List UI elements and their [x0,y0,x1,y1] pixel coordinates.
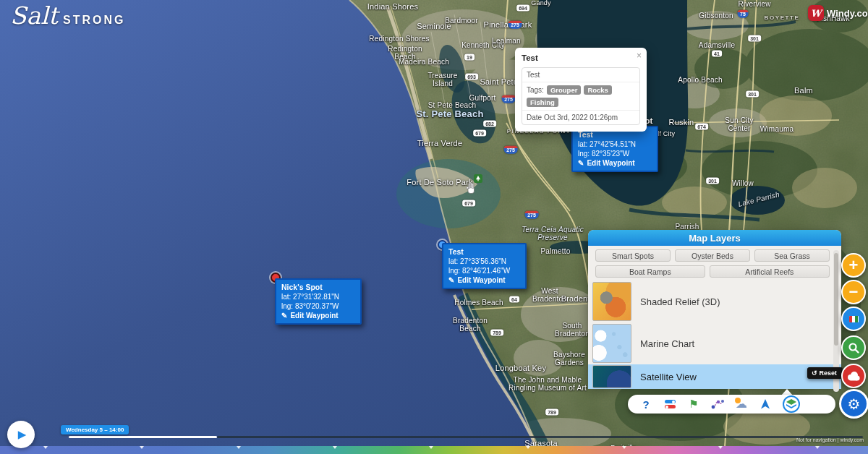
timeline-track[interactable] [217,436,863,438]
windy-logo-text: Windy.com [827,8,868,19]
waypoint-title: Nick's Spot [281,283,355,292]
tag-grouper[interactable]: Grouper [547,85,581,95]
waypoint-lng: lng: 82°35'23"W [578,149,652,158]
scale-tick [237,446,241,449]
play-icon: ▶ [18,428,27,441]
timeline-current-label[interactable]: Wednesday 5 – 14:00 [61,425,129,434]
scale-tick [718,446,723,449]
waypoint-lng: lng: 83°0'20.37"W [281,301,355,311]
play-button[interactable]: ▶ [7,421,35,448]
scale-tick [622,446,626,449]
waypoint-info-popup: Test × Test Tags: Grouper Rocks Fishing … [515,48,647,132]
shaded-relief-thumbnail [592,282,631,321]
waypoints-button[interactable]: ⚑ [687,398,700,411]
reset-icon: ↺ [812,369,817,377]
waypoint-lat: lat: 27°42'54.51"N [578,140,652,149]
fishing-map-app: Indian ShoresGandySeminoleBardmoorPinell… [0,0,868,454]
layer-row-satellite-view[interactable]: Satellite View [588,364,841,389]
tags-label: Tags: [527,86,544,94]
toggle-artificial-reefs[interactable]: Artificial Reefs [710,265,830,278]
search-button[interactable] [841,335,866,360]
waypoint-lng: lng: 82°46'21.46"W [448,266,520,275]
layer-toggle-row-2: Boat Ramps Artificial Reefs [588,262,841,278]
windy-logo: W Windy.com [808,5,868,21]
info-popup-body: Test Tags: Grouper Rocks Fishing Date Oc… [522,67,640,125]
toggle-boat-ramps[interactable]: Boat Ramps [595,265,705,278]
edit-waypoint-button[interactable]: ✎ Edit Waypoint [281,311,355,320]
hand-cursor-icon [465,182,477,195]
tag-rocks[interactable]: Rocks [584,85,612,95]
edit-waypoint-label: Edit Waypoint [587,158,634,168]
close-icon[interactable]: × [637,51,642,61]
flag-icon: ⚑ [689,398,698,411]
layer-label: Shaded Relief (3D) [640,296,720,307]
search-icon [848,342,860,354]
weather-color-scale[interactable] [0,446,868,454]
forecast-button[interactable]: ☁ [735,398,748,411]
waypoint-lat: lat: 27°33'56.36"N [448,257,520,266]
waypoint-popup-nicks: Nick's Spot lat: 27°31'32.81"N lng: 83°0… [275,278,362,325]
info-popup-title: Test [522,53,640,62]
panel-scrollbar-thumb[interactable] [834,253,838,346]
waypoint-popup-inshore: Test lat: 27°42'54.51"N lng: 82°35'23"W … [571,126,658,172]
layer-row-marine-chart[interactable]: Marine Chart [588,322,841,364]
zoom-in-button[interactable]: + [841,253,866,278]
scale-tick [140,446,144,449]
marine-chart-thumbnail [592,324,631,363]
reset-button[interactable]: ↺ Reset [807,367,843,379]
info-date-value: Date Oct 3rd, 2022 01:26pm [527,113,618,121]
map-layers-panel: Map Layers Smart Spots Oyster Beds Sea G… [588,230,841,385]
help-button[interactable]: ? [639,398,652,411]
edit-icon: ✎ [281,311,287,320]
map-layers-header: Map Layers [588,230,841,246]
salt-logo-bold: STRONG [63,14,125,27]
info-date-row: Date Oct 3rd, 2022 01:26pm [522,110,639,124]
edit-waypoint-button[interactable]: ✎ Edit Waypoint [578,158,652,168]
waypoint-lat: lat: 27°31'32.81"N [281,292,355,301]
tag-fishing[interactable]: Fishing [527,98,558,107]
edit-icon: ✎ [448,275,454,285]
info-name-row: Test [522,68,639,82]
zoom-out-button[interactable]: − [841,280,866,304]
layer-row-shaded-relief[interactable]: Shaded Relief (3D) [588,280,841,322]
settings-button[interactable]: ⚙ [839,389,868,419]
weather-overlay-button[interactable] [841,364,866,388]
salt-strong-logo: Salt STRONG [10,1,126,30]
gear-icon: ⚙ [848,395,861,413]
layer-toggle-row-1: Smart Spots Oyster Beds Sea Grass [588,246,841,262]
info-name-value: Test [527,71,540,79]
edit-waypoint-label: Edit Waypoint [457,275,505,285]
toggle-smart-spots[interactable]: Smart Spots [595,249,671,262]
cloud-icon: ☁ [736,398,747,410]
stations-button[interactable] [841,307,866,331]
controls-button[interactable] [663,398,676,411]
salt-logo-script: Salt [10,1,58,30]
route-icon [711,398,724,410]
timeline-progress[interactable] [69,436,217,438]
reset-label: Reset [820,369,838,377]
layer-label: Satellite View [640,372,697,382]
toggle-sea-grass[interactable]: Sea Grass [754,249,830,262]
scale-tick [815,446,820,449]
striped-flag-icon [849,316,859,322]
cloud-icon [846,371,861,381]
windy-logo-icon: W [808,5,824,21]
toggle-oyster-beds[interactable]: Oyster Beds [675,249,750,262]
scale-tick [333,446,337,449]
map-layers-button[interactable] [783,395,800,413]
scale-tick [43,446,48,449]
routes-button[interactable] [711,398,724,411]
info-tags-row: Tags: Grouper Rocks Fishing [522,82,639,110]
satellite-view-thumbnail [592,365,631,388]
edit-waypoint-button[interactable]: ✎ Edit Waypoint [448,275,520,285]
edit-waypoint-label: Edit Waypoint [290,311,338,320]
scale-tick [526,446,530,449]
navigation-button[interactable] [759,398,772,411]
layers-icon [785,398,798,410]
waypoint-popup-test: Test lat: 27°33'56.36"N lng: 82°46'21.46… [442,243,527,289]
scale-tick [429,446,433,449]
toggles-icon [665,400,676,408]
navigation-arrow-icon [760,398,771,410]
bottom-toolbar: ? ⚑ ☁ [628,395,835,414]
edit-icon: ✎ [578,158,584,168]
